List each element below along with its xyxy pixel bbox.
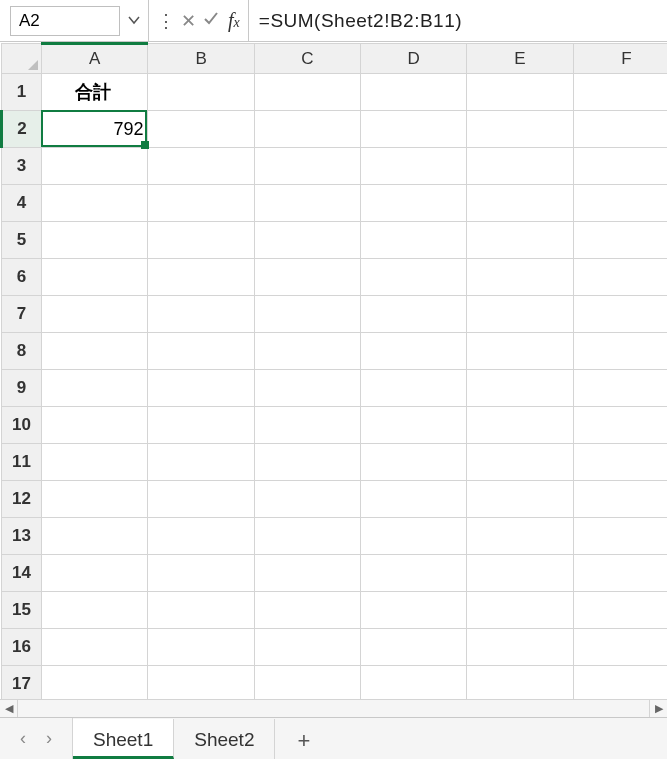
cell-E17[interactable]	[467, 666, 573, 700]
cell-C15[interactable]	[254, 592, 360, 629]
cell-E4[interactable]	[467, 185, 573, 222]
cell-A3[interactable]	[42, 148, 148, 185]
cell-E10[interactable]	[467, 407, 573, 444]
row-header-16[interactable]: 16	[2, 629, 42, 666]
select-all-corner[interactable]	[2, 44, 42, 74]
cell-E6[interactable]	[467, 259, 573, 296]
scroll-left-icon[interactable]: ◀	[0, 700, 18, 717]
cell-E7[interactable]	[467, 296, 573, 333]
cell-B8[interactable]	[148, 333, 254, 370]
cell-D14[interactable]	[361, 555, 467, 592]
cell-E5[interactable]	[467, 222, 573, 259]
col-header-D[interactable]: D	[361, 44, 467, 74]
cell-C3[interactable]	[254, 148, 360, 185]
cell-F15[interactable]	[573, 592, 667, 629]
cell-F13[interactable]	[573, 518, 667, 555]
cell-A16[interactable]	[42, 629, 148, 666]
cell-F5[interactable]	[573, 222, 667, 259]
row-header-7[interactable]: 7	[2, 296, 42, 333]
cell-F9[interactable]	[573, 370, 667, 407]
cell-A8[interactable]	[42, 333, 148, 370]
cell-B6[interactable]	[148, 259, 254, 296]
cell-F12[interactable]	[573, 481, 667, 518]
new-sheet-button[interactable]: +	[275, 718, 332, 759]
cell-A11[interactable]	[42, 444, 148, 481]
cell-B10[interactable]	[148, 407, 254, 444]
spreadsheet-grid[interactable]: ABCDEF 1合計279234567891011121314151617	[0, 42, 667, 699]
cell-D6[interactable]	[361, 259, 467, 296]
cell-B3[interactable]	[148, 148, 254, 185]
row-header-13[interactable]: 13	[2, 518, 42, 555]
cell-A15[interactable]	[42, 592, 148, 629]
cell-D13[interactable]	[361, 518, 467, 555]
name-box[interactable]: A2	[10, 6, 120, 36]
cell-B1[interactable]	[148, 74, 254, 111]
cell-F7[interactable]	[573, 296, 667, 333]
cell-E12[interactable]	[467, 481, 573, 518]
cell-F11[interactable]	[573, 444, 667, 481]
cell-D15[interactable]	[361, 592, 467, 629]
cell-A12[interactable]	[42, 481, 148, 518]
enter-icon[interactable]	[202, 9, 220, 32]
sheet-tab-sheet1[interactable]: Sheet1	[73, 719, 174, 759]
cell-C1[interactable]	[254, 74, 360, 111]
cell-A13[interactable]	[42, 518, 148, 555]
col-header-A[interactable]: A	[42, 44, 148, 74]
more-icon[interactable]: ⋮	[157, 12, 175, 30]
cell-E11[interactable]	[467, 444, 573, 481]
cell-B13[interactable]	[148, 518, 254, 555]
cell-E15[interactable]	[467, 592, 573, 629]
cell-A9[interactable]	[42, 370, 148, 407]
cell-D10[interactable]	[361, 407, 467, 444]
cell-F10[interactable]	[573, 407, 667, 444]
row-header-5[interactable]: 5	[2, 222, 42, 259]
cell-A17[interactable]	[42, 666, 148, 700]
cell-B9[interactable]	[148, 370, 254, 407]
formula-input[interactable]: =SUM(Sheet2!B2:B11)	[249, 0, 667, 41]
tab-prev-icon[interactable]: ‹	[20, 728, 26, 749]
cell-E14[interactable]	[467, 555, 573, 592]
row-header-10[interactable]: 10	[2, 407, 42, 444]
cell-C5[interactable]	[254, 222, 360, 259]
col-header-B[interactable]: B	[148, 44, 254, 74]
row-header-9[interactable]: 9	[2, 370, 42, 407]
cell-C14[interactable]	[254, 555, 360, 592]
row-header-1[interactable]: 1	[2, 74, 42, 111]
cell-E1[interactable]	[467, 74, 573, 111]
scroll-right-icon[interactable]: ▶	[649, 700, 667, 717]
cell-C16[interactable]	[254, 629, 360, 666]
cell-B11[interactable]	[148, 444, 254, 481]
cell-C6[interactable]	[254, 259, 360, 296]
cell-C12[interactable]	[254, 481, 360, 518]
cell-D17[interactable]	[361, 666, 467, 700]
cell-E16[interactable]	[467, 629, 573, 666]
cell-C8[interactable]	[254, 333, 360, 370]
col-header-C[interactable]: C	[254, 44, 360, 74]
cell-F1[interactable]	[573, 74, 667, 111]
cell-F14[interactable]	[573, 555, 667, 592]
cell-A14[interactable]	[42, 555, 148, 592]
cell-A7[interactable]	[42, 296, 148, 333]
row-header-6[interactable]: 6	[2, 259, 42, 296]
cell-F2[interactable]	[573, 111, 667, 148]
row-header-14[interactable]: 14	[2, 555, 42, 592]
cell-C2[interactable]	[254, 111, 360, 148]
cell-E3[interactable]	[467, 148, 573, 185]
cell-C10[interactable]	[254, 407, 360, 444]
cell-B7[interactable]	[148, 296, 254, 333]
cell-B5[interactable]	[148, 222, 254, 259]
cell-B17[interactable]	[148, 666, 254, 700]
cell-D7[interactable]	[361, 296, 467, 333]
cell-A1[interactable]: 合計	[42, 74, 148, 111]
cell-A5[interactable]	[42, 222, 148, 259]
row-header-8[interactable]: 8	[2, 333, 42, 370]
cell-D12[interactable]	[361, 481, 467, 518]
row-header-4[interactable]: 4	[2, 185, 42, 222]
cell-C17[interactable]	[254, 666, 360, 700]
cell-D2[interactable]	[361, 111, 467, 148]
cell-F6[interactable]	[573, 259, 667, 296]
row-header-2[interactable]: 2	[2, 111, 42, 148]
cell-C7[interactable]	[254, 296, 360, 333]
sheet-tab-sheet2[interactable]: Sheet2	[174, 719, 275, 759]
row-header-11[interactable]: 11	[2, 444, 42, 481]
